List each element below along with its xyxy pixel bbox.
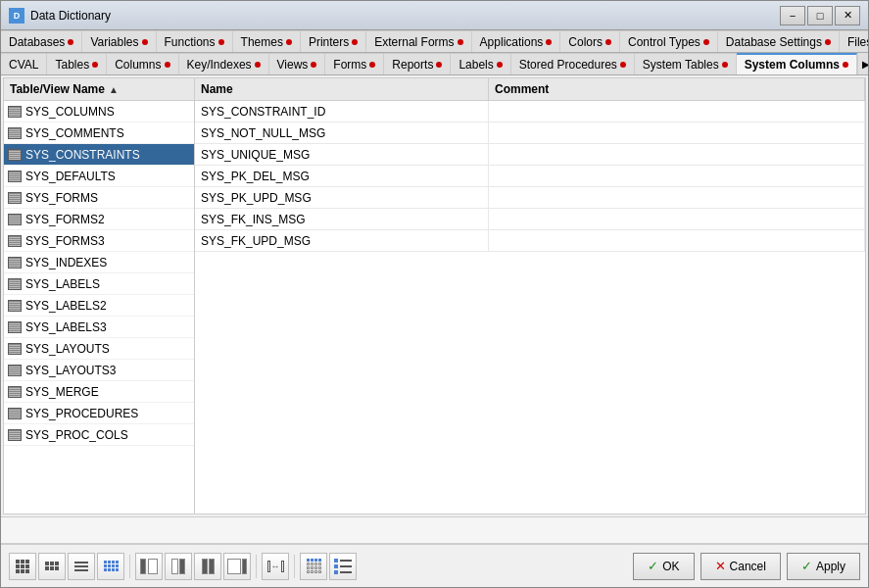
list-item-label: SYS_LABELS: [25, 277, 100, 291]
list-item[interactable]: SYS_COLUMNS: [4, 101, 194, 122]
tool-panel-left-button[interactable]: [135, 553, 163, 580]
table-icon: [8, 214, 22, 225]
toolbar-right: ✓ OK ✕ Cancel ✓ Apply: [633, 553, 860, 580]
list-item[interactable]: SYS_LABELS3: [4, 317, 194, 338]
sort-arrow-icon: ▲: [109, 84, 119, 95]
tool-grid-view-button[interactable]: [300, 553, 327, 580]
left-panel-title: Table/View Name: [10, 82, 105, 96]
tab-cval[interactable]: CVAL: [1, 53, 47, 74]
tab-views[interactable]: Views: [269, 53, 326, 74]
table-row[interactable]: SYS_FK_UPD_MSG: [195, 230, 865, 252]
table-list[interactable]: SYS_COLUMNSSYS_COMMENTSSYS_CONSTRAINTSSY…: [4, 101, 194, 514]
tab-printers[interactable]: Printers: [301, 30, 366, 52]
list-item-label: SYS_LABELS2: [25, 299, 107, 313]
list-item[interactable]: SYS_COMMENTS: [4, 122, 194, 144]
tab-dot-icon: [165, 62, 170, 68]
tab-reports[interactable]: Reports: [384, 53, 451, 74]
tab-dot-icon: [843, 62, 848, 68]
table-icon: [8, 171, 22, 182]
tab-stored-procedures[interactable]: Stored Procedures: [511, 53, 635, 74]
table-icon: [8, 106, 22, 118]
list-item-label: SYS_LABELS3: [25, 320, 107, 334]
cancel-label: Cancel: [730, 560, 766, 573]
tool-panel-center-button[interactable]: [165, 553, 192, 580]
list-item[interactable]: SYS_MERGE: [4, 381, 194, 403]
table-icon: [8, 127, 22, 139]
tab-system-tables[interactable]: System Tables: [635, 53, 737, 74]
toolbar-separator-2: [256, 555, 257, 578]
tab-database-settings[interactable]: Database Settings: [718, 30, 840, 52]
right-panel: Name Comment SYS_CONSTRAINT_IDSYS_NOT_NU…: [195, 78, 865, 514]
list-item[interactable]: SYS_LABELS: [4, 273, 194, 295]
tab-row-1: DatabasesVariablesFunctionsThemesPrinter…: [1, 30, 868, 53]
table-icon: [8, 192, 22, 204]
list-item[interactable]: SYS_LABELS2: [4, 295, 194, 317]
tab-row-2: CVALTablesColumnsKey/IndexesViewsFormsRe…: [1, 53, 868, 75]
list-item[interactable]: SYS_FORMS: [4, 187, 194, 209]
bottom-section: ↔: [1, 516, 868, 587]
tab-external-forms[interactable]: External Forms: [366, 30, 471, 52]
window-controls: − □ ✕: [780, 6, 860, 25]
tab-dot-icon: [546, 39, 552, 45]
tab-themes[interactable]: Themes: [233, 30, 301, 52]
left-panel: Table/View Name ▲ SYS_COLUMNSSYS_COMMENT…: [4, 78, 195, 514]
tab-dot-icon: [497, 62, 503, 68]
list-item[interactable]: SYS_INDEXES: [4, 252, 194, 273]
tool-list-view-button[interactable]: [329, 553, 357, 580]
tab-dot-icon: [605, 39, 611, 45]
list-item-label: SYS_FORMS: [25, 191, 98, 205]
tab-variables[interactable]: Variables: [82, 30, 156, 52]
list-item[interactable]: SYS_PROC_COLS: [4, 424, 194, 446]
tool-fit-button[interactable]: ↔: [262, 553, 289, 580]
tab-control-types[interactable]: Control Types: [620, 30, 718, 52]
list-item[interactable]: SYS_LAYOUTS: [4, 338, 194, 360]
tool-table-button[interactable]: [97, 553, 124, 580]
tool-grid2-button[interactable]: [38, 553, 66, 580]
tool-list-button[interactable]: [68, 553, 95, 580]
table-row[interactable]: SYS_FK_INS_MSG: [195, 209, 865, 230]
list-item[interactable]: SYS_DEFAULTS: [4, 166, 194, 187]
tool-panel-right-button[interactable]: [223, 553, 251, 580]
cancel-button[interactable]: ✕ Cancel: [700, 553, 781, 580]
tab-functions[interactable]: Functions: [157, 30, 233, 52]
table-row[interactable]: SYS_CONSTRAINT_ID: [195, 101, 865, 122]
ok-button[interactable]: ✓ OK: [633, 553, 694, 580]
list-item[interactable]: SYS_PROCEDURES: [4, 403, 194, 424]
apply-label: Apply: [816, 560, 845, 573]
tab-labels[interactable]: Labels: [451, 53, 510, 74]
tab-forms[interactable]: Forms: [325, 53, 384, 74]
tool-panel-split-button[interactable]: [194, 553, 221, 580]
table-row[interactable]: SYS_PK_DEL_MSG: [195, 166, 865, 187]
window-title: Data Dictionary: [30, 9, 780, 23]
tab-colors[interactable]: Colors: [560, 30, 620, 52]
list-item[interactable]: SYS_FORMS2: [4, 209, 194, 230]
tab-scroll-arrow[interactable]: ▶: [857, 53, 868, 74]
tab-system-columns[interactable]: System Columns: [737, 53, 857, 74]
table-row[interactable]: SYS_NOT_NULL_MSG: [195, 122, 865, 144]
apply-button[interactable]: ✓ Apply: [787, 553, 860, 580]
tab-files[interactable]: Files: [840, 30, 868, 52]
table-icon: [8, 386, 22, 398]
tab-dot-icon: [369, 62, 375, 68]
cell-comment: [489, 166, 865, 186]
table-icon: [8, 149, 22, 161]
list-item[interactable]: SYS_LAYOUTS3: [4, 360, 194, 381]
minimize-button[interactable]: −: [780, 6, 805, 25]
maximize-button[interactable]: □: [807, 6, 833, 25]
tab-databases[interactable]: Databases: [1, 30, 82, 52]
list-item[interactable]: SYS_CONSTRAINTS: [4, 144, 194, 166]
cell-comment: [489, 187, 865, 208]
tab-applications[interactable]: Applications: [472, 30, 561, 52]
list-item-label: SYS_MERGE: [25, 385, 99, 399]
col-header-name: Name: [195, 78, 489, 100]
table-row[interactable]: SYS_PK_UPD_MSG: [195, 187, 865, 209]
list-item[interactable]: SYS_FORMS3: [4, 230, 194, 252]
tab-dot-icon: [825, 39, 831, 45]
list-item-label: SYS_CONSTRAINTS: [25, 148, 140, 162]
tab-columns[interactable]: Columns: [107, 53, 178, 74]
close-button[interactable]: ✕: [835, 6, 860, 25]
table-row[interactable]: SYS_UNIQUE_MSG: [195, 144, 865, 166]
tab-key/indexes[interactable]: Key/Indexes: [179, 53, 269, 74]
tab-tables[interactable]: Tables: [47, 53, 107, 74]
tool-grid1-button[interactable]: [9, 553, 36, 580]
